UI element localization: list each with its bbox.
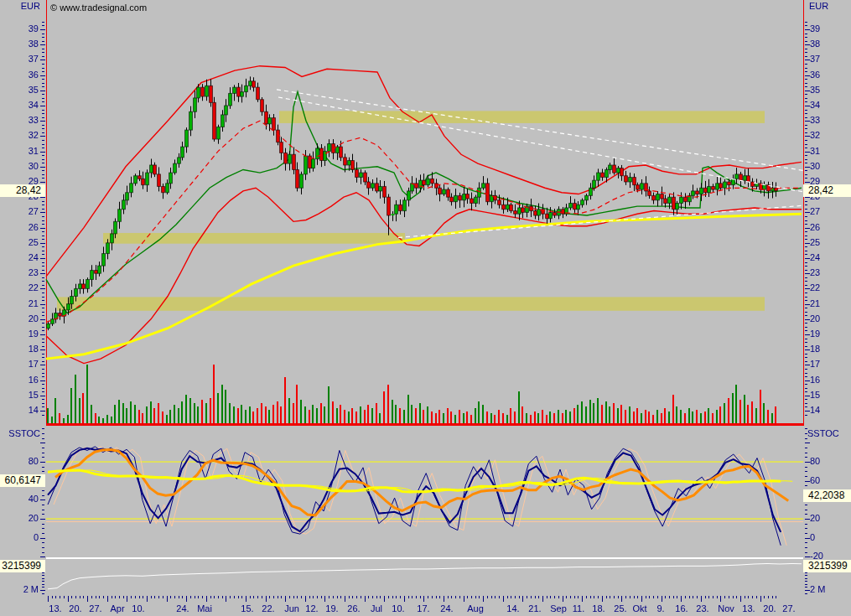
x-axis-label: 16. <box>675 603 688 613</box>
price-axis-tick-left: 38 <box>0 39 39 49</box>
sstoc-axis-tick-left: 40 <box>0 494 39 504</box>
sstoc-axis-tick-right: 80 <box>810 456 820 466</box>
price-axis-tick-right: 17 <box>810 359 820 369</box>
price-axis-tick-left: 21 <box>0 298 39 308</box>
price-axis-tick-right: 21 <box>810 298 820 308</box>
volume-axis-label-right: 2 M <box>810 584 825 594</box>
price-axis-tick-right: 16 <box>810 375 820 385</box>
copyright-watermark: © www.tradesignal.com <box>50 3 147 13</box>
price-axis-tick-right: 22 <box>810 282 820 292</box>
chart-canvas[interactable] <box>0 0 851 616</box>
x-axis-label: Aug <box>467 603 484 613</box>
x-axis-label: 9. <box>656 603 664 613</box>
price-axis-tick-left: 22 <box>0 282 39 292</box>
x-axis-label: 24. <box>440 603 453 613</box>
x-axis-label: 20. <box>69 603 81 613</box>
x-axis-label: 22. <box>262 603 274 613</box>
price-axis-tick-left: 24 <box>0 252 39 262</box>
x-axis-label: 27. <box>782 603 795 613</box>
x-axis-label: Apr <box>110 603 124 613</box>
x-axis-label: 23. <box>696 603 708 613</box>
price-axis-currency-right: EUR <box>809 1 828 11</box>
x-axis-label: 15. <box>241 603 253 613</box>
price-axis-tick-left: 18 <box>0 344 39 354</box>
price-axis-tick-left: 19 <box>0 329 39 339</box>
sstoc-axis-tick-right: 60 <box>810 475 820 485</box>
price-axis-tick-right: 31 <box>810 146 820 156</box>
volume-axis-label-left: 2 M <box>0 584 39 594</box>
x-axis-label: 21. <box>528 603 541 613</box>
price-axis-tick-left: 16 <box>0 375 39 385</box>
price-axis-tick-right: 25 <box>810 237 820 247</box>
x-axis-label: 19. <box>325 603 338 613</box>
sstoc-axis-tick-left: 80 <box>0 456 39 466</box>
price-axis-tick-left: 34 <box>0 100 39 110</box>
x-axis-label: Sep <box>550 603 567 613</box>
price-axis-tick-right: 35 <box>810 85 820 95</box>
last-price-tag-left: 28,42 <box>0 184 45 197</box>
price-axis-tick-left: 23 <box>0 267 39 277</box>
price-axis-tick-right: 36 <box>810 70 820 80</box>
price-axis-tick-right: 23 <box>810 267 820 277</box>
price-axis-tick-right: 32 <box>810 130 820 140</box>
x-axis-label: Okt <box>632 603 646 613</box>
price-axis-tick-left: 37 <box>0 54 39 64</box>
volume-value-tag-right: 3215399 <box>803 560 851 572</box>
price-axis-tick-right: 39 <box>810 23 820 34</box>
x-axis-label: 20. <box>763 603 776 613</box>
x-axis-label: 13. <box>49 603 61 613</box>
price-axis-tick-left: 26 <box>0 222 39 232</box>
price-axis-tick-left: 33 <box>0 115 39 125</box>
price-axis-tick-left: 25 <box>0 237 39 247</box>
price-axis-tick-right: 18 <box>810 344 820 354</box>
x-axis-label: Mai <box>197 603 212 613</box>
x-axis-label: 13. <box>742 603 755 613</box>
x-axis-label: 12. <box>305 603 318 613</box>
sstoc-axis-tick-left: 20 <box>0 513 39 523</box>
price-axis-tick-right: 33 <box>810 115 820 125</box>
x-axis-label: Jul <box>371 603 382 613</box>
price-axis-tick-left: 35 <box>0 85 39 95</box>
sstoc-axis-tick-right: 0 <box>810 532 815 542</box>
x-axis-label: 14. <box>506 603 519 613</box>
price-axis-tick-right: 38 <box>810 39 820 49</box>
last-price-tag-right: 28,42 <box>803 184 851 197</box>
x-axis-label: 17. <box>417 603 429 613</box>
x-axis-label: Jun <box>284 603 299 613</box>
x-axis-label: Nov <box>718 603 734 613</box>
price-axis-tick-right: 14 <box>810 405 820 415</box>
x-axis-label: 18. <box>592 603 605 613</box>
x-axis-label: 25. <box>614 603 626 613</box>
x-axis-label: 10. <box>132 603 144 613</box>
price-axis-tick-right: 15 <box>810 390 820 400</box>
sstoc-axis-tick-right: 20 <box>810 513 820 523</box>
x-axis-label: 26. <box>347 603 360 613</box>
sstoc-title-left: SSTOC <box>0 428 40 438</box>
price-axis-tick-right: 20 <box>810 313 820 324</box>
price-axis-tick-right: 19 <box>810 329 820 339</box>
sstoc-title-right: SSTOC <box>807 428 839 438</box>
x-axis-label: 27. <box>89 603 101 613</box>
sstoc-value-tag-right: 42,2038 <box>803 489 851 502</box>
price-axis-tick-right: 26 <box>810 222 820 232</box>
price-axis-tick-left: 30 <box>0 161 39 171</box>
price-axis-tick-left: 15 <box>0 390 39 400</box>
price-axis-tick-right: 27 <box>810 206 820 216</box>
price-axis-tick-left: 39 <box>0 23 39 34</box>
sstoc-value-tag-left: 60,6147 <box>0 474 45 487</box>
price-axis-tick-left: 36 <box>0 70 39 80</box>
sstoc-axis-tick-left: 0 <box>0 532 39 542</box>
price-axis-tick-right: 24 <box>810 252 820 262</box>
price-axis-tick-left: 32 <box>0 130 39 140</box>
x-axis-label: 24. <box>176 603 189 613</box>
volume-value-tag-left: 3215399 <box>0 560 45 572</box>
price-axis-tick-left: 20 <box>0 313 39 324</box>
x-axis-label: 11. <box>573 603 584 613</box>
trading-chart-window: EUR EUR © www.tradesignal.com 28,42 28,4… <box>0 0 851 616</box>
price-axis-tick-left: 31 <box>0 146 39 156</box>
x-axis-label: 10. <box>392 603 404 613</box>
price-axis-tick-left: 27 <box>0 206 39 216</box>
price-axis-currency-left: EUR <box>0 1 40 11</box>
price-axis-tick-right: 30 <box>810 161 820 171</box>
price-axis-tick-right: 37 <box>810 54 820 64</box>
